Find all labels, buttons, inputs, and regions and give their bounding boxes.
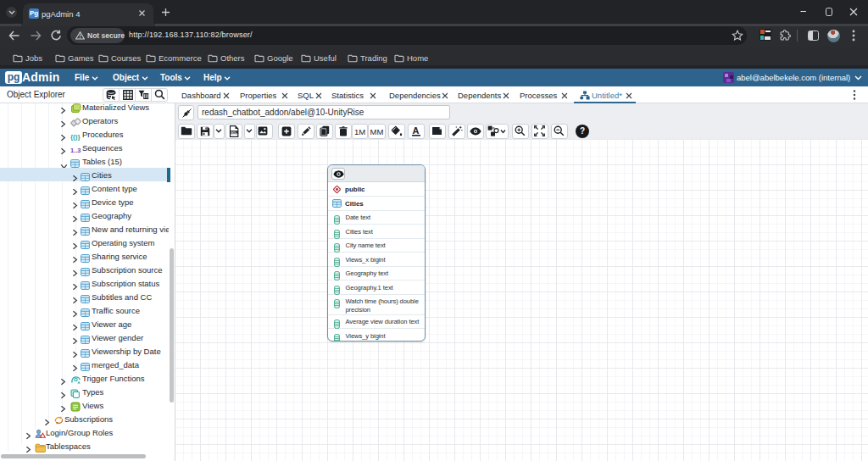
svg-text:SQL: SQL [231,131,237,135]
svg-text:{()}: {()} [70,133,81,141]
svg-text:1..3: 1..3 [70,147,81,154]
svg-text:A: A [412,125,419,136]
